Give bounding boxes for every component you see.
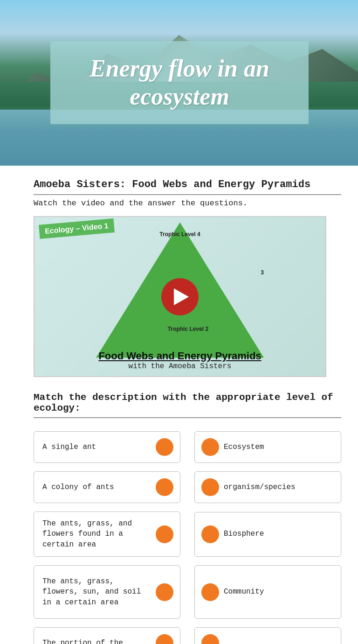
dot-4-right (201, 583, 219, 601)
video-thumbnail: Ecology – Video 1 Trophic Level 4 3 Trop… (34, 217, 325, 376)
match-grid: A single ant Ecosystem A colony of ants … (34, 431, 341, 644)
right-item-3-text: Biosphere (224, 529, 334, 539)
video-container[interactable]: Ecology – Video 1 Trophic Level 4 3 Trop… (34, 216, 326, 377)
right-item-2[interactable]: organism/species (194, 471, 341, 503)
play-button[interactable] (161, 278, 199, 315)
left-item-3[interactable]: The ants, grass, and flowers found in a … (34, 511, 180, 557)
dot-1-right (201, 438, 219, 456)
right-item-4-text: Community (224, 587, 334, 597)
left-item-4-text: The ants, grass, flowers, sun, and soil … (42, 576, 151, 608)
level-3-label: 3 (261, 269, 264, 275)
hero-title: Energy flow in an ecosystem (60, 55, 299, 111)
dot-5-left (156, 634, 173, 644)
play-icon (174, 288, 189, 305)
dot-3-left (156, 525, 173, 543)
dot-2-right (201, 478, 219, 496)
right-item-5[interactable] (194, 627, 341, 644)
left-item-4[interactable]: The ants, grass, flowers, sun, and soil … (34, 565, 180, 619)
video-title-line1: Food Webs and Energy Pyramids (34, 350, 325, 362)
right-item-2-text: organism/species (224, 482, 334, 492)
content-area: Amoeba Sisters: Food Webs and Energy Pyr… (0, 166, 358, 644)
level-4-label: Trophic Level 4 (159, 231, 200, 237)
right-item-4[interactable]: Community (194, 565, 341, 619)
right-item-3[interactable]: Biosphere (194, 512, 341, 557)
dot-5-right (201, 634, 219, 644)
video-instruction: Watch the video and the answer the quest… (34, 199, 341, 208)
dot-2-left (156, 478, 173, 496)
dot-3-right (201, 525, 219, 543)
left-item-2-text: A colony of ants (42, 482, 151, 492)
title-box: Energy flow in an ecosystem (50, 41, 309, 124)
hero-section: Energy flow in an ecosystem (0, 0, 358, 166)
match-section-title: Match the description with the appropria… (34, 392, 341, 418)
right-item-1-text: Ecosystem (224, 442, 334, 452)
video-bottom-text: Food Webs and Energy Pyramids with the A… (34, 350, 325, 371)
left-item-1-text: A single ant (42, 442, 151, 452)
left-item-5[interactable]: The portion of the (34, 627, 180, 644)
left-item-5-text: The portion of the (42, 638, 151, 644)
video-section-title: Amoeba Sisters: Food Webs and Energy Pyr… (34, 179, 341, 195)
left-item-2[interactable]: A colony of ants (34, 471, 180, 503)
video-title-line2: with the Amoeba Sisters (34, 362, 325, 371)
left-item-3-text: The ants, grass, and flowers found in a … (42, 518, 151, 550)
right-item-1[interactable]: Ecosystem (194, 431, 341, 463)
left-item-1[interactable]: A single ant (34, 431, 180, 463)
dot-1-left (156, 438, 173, 456)
level-2-label: Trophic Level 2 (168, 325, 208, 332)
dot-4-left (156, 583, 173, 601)
